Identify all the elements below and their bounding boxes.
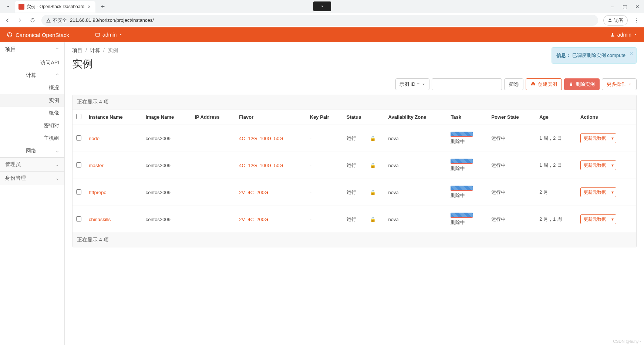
forward-icon[interactable] [16,17,24,24]
toast-prefix: 信息： [556,53,571,58]
flavor-link[interactable]: 2V_4C_200G [239,190,268,195]
not-secure-icon: 不安全 [46,17,67,24]
close-icon[interactable]: × [629,50,633,58]
caret-down-icon[interactable]: ▾ [609,217,616,222]
col-key-pair[interactable]: Key Pair [306,109,343,125]
chevron-up-icon: ⌃ [55,47,59,52]
caret-down-icon [634,33,637,37]
row-checkbox[interactable] [76,189,81,195]
row-checkbox[interactable] [76,162,81,168]
close-window-icon[interactable]: ✕ [634,3,641,10]
maximize-icon[interactable]: ▢ [621,3,628,10]
delete-instance-button[interactable]: 删除实例 [564,78,600,90]
cell-keypair: - [306,206,343,233]
col-power[interactable]: Power State [488,109,536,125]
sidebar-section-identity[interactable]: 身份管理 ⌄ [0,171,64,185]
row-checkbox[interactable] [76,216,81,221]
cell-age: 2 月，1 周 [536,206,577,233]
back-icon[interactable] [4,17,11,24]
cell-az: nova [385,206,447,233]
row-checkbox[interactable] [76,135,81,141]
table-row: httprepo centos2009 2V_4C_200G - 运行 🔓 no… [73,179,636,206]
sidebar-section-admin[interactable]: 管理员 ⌄ [0,158,64,171]
col-status[interactable]: Status [343,109,385,125]
progress-bar-icon [451,186,473,191]
row-action-dropdown[interactable]: 更新元数据 ▾ [580,160,616,170]
sidebar-item-server-groups[interactable]: 主机组 [0,132,64,145]
action-label[interactable]: 更新元数据 [581,189,609,196]
browser-tab[interactable]: 实例 - OpenStack Dashboard × [15,1,95,13]
flavor-link[interactable]: 4C_12G_100G_50G [239,163,283,168]
select-all-checkbox[interactable] [76,114,81,119]
sidebar-section-project[interactable]: 项目 ⌃ [0,42,64,57]
create-instance-button[interactable]: 创建实例 [526,78,562,90]
filter-button[interactable]: 筛选 [504,78,523,90]
instance-name-link[interactable]: httprepo [89,190,107,195]
reload-icon[interactable] [29,17,36,24]
cell-az: nova [385,152,447,179]
flavor-link[interactable]: 4C_12G_100G_50G [239,136,283,141]
instance-name-link[interactable]: node [89,136,100,141]
profile-badge[interactable]: 访客 [603,15,628,26]
cell-actions: 更新元数据 ▾ [577,179,636,206]
action-label[interactable]: 更新元数据 [581,162,609,169]
table-row: master centos2009 4C_12G_100G_50G - 运行 🔓… [73,152,636,179]
cell-ip [191,179,235,206]
filter-field-dropdown[interactable]: 示例 ID = [395,78,429,90]
col-image-name[interactable]: Image Name [142,109,191,125]
sidebar-sub-compute[interactable]: 计算 ⌃ [0,69,64,82]
unlock-icon: 🔓 [370,163,376,168]
col-actions: Actions [577,109,636,125]
menu-icon[interactable]: ⋮ [633,15,640,26]
col-flavor[interactable]: Flavor [235,109,306,125]
caret-down-icon[interactable]: ▾ [609,190,616,195]
tablist-dropdown-icon[interactable] [3,1,13,12]
progress-bar-icon [451,213,473,218]
table-row: node centos2009 4C_12G_100G_50G - 运行 🔓 n… [73,125,636,152]
cell-power: 运行中 [488,125,536,152]
breadcrumb-link[interactable]: 计算 [90,47,100,54]
caret-down-icon[interactable]: ▾ [609,136,616,141]
project-selector[interactable]: admin [95,32,122,38]
row-action-dropdown[interactable]: 更新元数据 ▾ [580,133,616,143]
instance-name-link[interactable]: master [89,163,104,168]
col-task[interactable]: Task [447,109,488,125]
caret-down-icon[interactable]: ▾ [609,163,616,168]
url-security-label: 不安全 [53,17,67,24]
user-label: admin [617,32,631,38]
cell-status: 运行 [343,179,366,206]
col-age[interactable]: Age [536,109,577,125]
new-tab-button[interactable]: + [98,1,108,12]
sidebar-item-overview[interactable]: 概况 [0,82,64,94]
col-az[interactable]: Availability Zone [385,109,447,125]
sidebar-item-images[interactable]: 镜像 [0,107,64,119]
url-bar[interactable]: 不安全 211.66.81.93/horizon/project/instanc… [41,15,598,26]
more-actions-button[interactable]: 更多操作 [602,78,637,90]
flavor-link[interactable]: 2V_4C_200G [239,217,268,222]
instance-name-link[interactable]: chinaskills [89,217,111,222]
user-menu[interactable]: admin [610,32,637,38]
row-action-dropdown[interactable]: 更新元数据 ▾ [580,214,616,224]
unlock-icon: 🔓 [370,190,376,195]
cell-keypair: - [306,179,343,206]
col-instance-name[interactable]: Instance Name [85,109,142,125]
filter-input[interactable] [432,78,502,90]
close-icon[interactable]: × [87,4,92,9]
sidebar-label: 项目 [5,46,16,53]
brand[interactable]: Canonical OpenStack [7,32,69,38]
chevron-up-icon: ⌃ [55,73,59,78]
url-text: 211.66.81.93/horizon/project/instances/ [70,17,154,23]
cell-task: 删除中 [447,152,488,179]
caret-down-icon [628,82,632,86]
sidebar-item-keypairs[interactable]: 密钥对 [0,119,64,132]
sidebar-sub-network[interactable]: 网络 ⌄ [0,145,64,157]
row-action-dropdown[interactable]: 更新元数据 ▾ [580,187,616,197]
sidebar-item-instances[interactable]: 实例 [0,94,64,107]
sidebar-item-api-access[interactable]: 访问API [0,57,64,69]
breadcrumb-link[interactable]: 项目 [72,47,82,54]
action-label[interactable]: 更新元数据 [581,216,609,223]
col-ip-address[interactable]: IP Address [191,109,235,125]
dropdown-badge[interactable] [313,1,331,11]
minimize-icon[interactable]: − [608,3,616,10]
action-label[interactable]: 更新元数据 [581,135,609,142]
